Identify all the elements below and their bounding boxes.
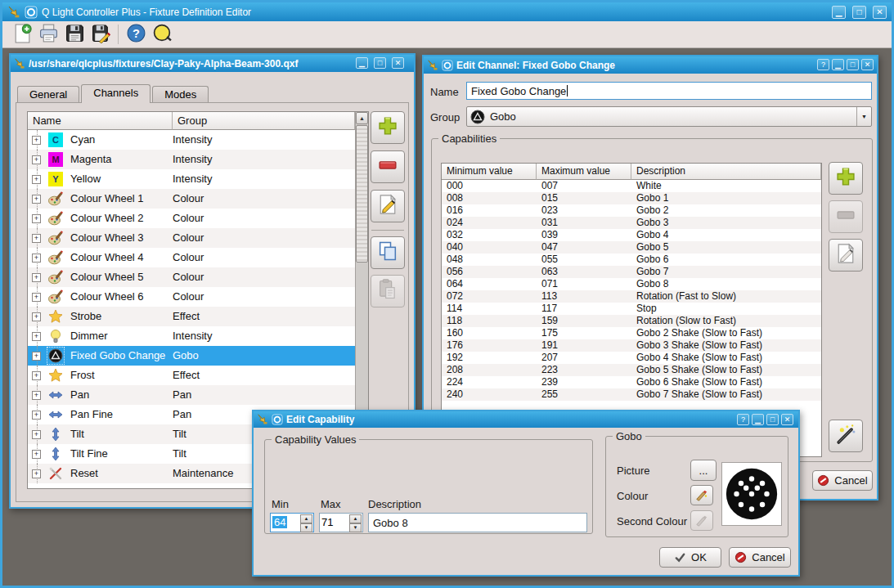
expand-icon[interactable]: +	[32, 411, 41, 420]
capability-row[interactable]: 160175Gobo 2 Shake (Slow to Fast)	[442, 327, 821, 339]
channel-row[interactable]: +MMagentaIntensity	[28, 150, 355, 169]
print-button[interactable]	[35, 23, 61, 46]
capability-row[interactable]: 064071Gobo 8	[442, 278, 821, 290]
edit-channel-button[interactable]	[371, 190, 405, 222]
window-menu-icon[interactable]	[442, 60, 453, 71]
picture-browse-button[interactable]: ...	[690, 460, 717, 481]
scroll-up-icon[interactable]: ▲	[356, 112, 368, 124]
channel-row[interactable]: +PanPan	[28, 385, 355, 405]
cancel-button[interactable]: Cancel	[729, 547, 791, 568]
max-spinbox[interactable]: 71 ▲▼	[319, 513, 363, 532]
capability-row[interactable]: 008015Gobo 1	[442, 192, 821, 204]
help-button[interactable]: ?	[737, 414, 749, 425]
capability-row[interactable]: 224239Gobo 6 Shake (Slow to Fast)	[442, 376, 821, 388]
second-colour-picker-button[interactable]	[690, 510, 713, 531]
channel-row[interactable]: +Colour Wheel 2Colour	[28, 209, 355, 228]
minimize-button[interactable]: ▁	[752, 414, 764, 425]
expand-icon[interactable]: +	[32, 136, 41, 145]
expand-icon[interactable]: +	[32, 254, 41, 263]
channel-row[interactable]: +Colour Wheel 6Colour	[28, 287, 355, 307]
channel-row[interactable]: +YYellowIntensity	[28, 169, 355, 189]
channel-row[interactable]: +FrostEffect	[28, 366, 355, 385]
minimize-button[interactable]: ▁	[356, 57, 368, 69]
main-titlebar[interactable]: Q Light Controller Plus - Fixture Defini…	[2, 2, 892, 21]
minimize-button[interactable]: ▁	[832, 6, 846, 19]
tab-modes[interactable]: Modes	[152, 86, 209, 102]
expand-icon[interactable]: +	[32, 469, 41, 478]
capability-row[interactable]: 192207Gobo 4 Shake (Slow to Fast)	[442, 352, 821, 364]
remove-capability-button[interactable]	[829, 200, 863, 233]
channel-name-input[interactable]: Fixed Gobo Change	[466, 82, 872, 100]
remove-channel-button[interactable]	[371, 150, 405, 183]
save-as-button[interactable]	[88, 23, 114, 46]
channel-row[interactable]: +Colour Wheel 5Colour	[28, 267, 355, 287]
tab-general[interactable]: General	[17, 86, 79, 102]
edit-capability-button[interactable]	[829, 239, 863, 272]
channel-row[interactable]: +CCyanIntensity	[28, 130, 355, 150]
expand-icon[interactable]: +	[32, 214, 41, 223]
expand-icon[interactable]: +	[32, 352, 41, 361]
channel-row[interactable]: +Fixed Gobo ChangeGobo	[28, 346, 355, 366]
expand-icon[interactable]: +	[32, 195, 41, 204]
expand-icon[interactable]: +	[32, 293, 41, 302]
paste-channel-button[interactable]	[371, 275, 405, 307]
maximize-button[interactable]: □	[847, 59, 859, 70]
column-header-max[interactable]: Maximum value	[537, 164, 631, 180]
capability-row[interactable]: 072113Rotation (Fast to Slow)	[442, 290, 821, 303]
expand-icon[interactable]: +	[32, 450, 41, 459]
expand-icon[interactable]: +	[32, 155, 41, 164]
tab-channels[interactable]: Channels	[81, 84, 150, 103]
column-header-description[interactable]: Description	[631, 164, 821, 180]
add-channel-button[interactable]	[371, 111, 405, 144]
min-spinbox[interactable]: 64 ▲▼	[270, 513, 314, 532]
capability-row[interactable]: 118159Rotation (Slow to Fast)	[442, 315, 821, 327]
capability-row[interactable]: 032039Gobo 4	[442, 229, 821, 241]
add-capability-button[interactable]	[829, 162, 863, 195]
expand-icon[interactable]: +	[32, 175, 41, 184]
expand-icon[interactable]: +	[32, 312, 41, 321]
scrollbar-thumb[interactable]	[356, 125, 368, 263]
capability-row[interactable]: 208223Gobo 5 Shake (Slow to Fast)	[442, 364, 821, 376]
minimize-button[interactable]: ▁	[832, 59, 844, 70]
capability-wizard-button[interactable]	[829, 420, 863, 452]
expand-icon[interactable]: +	[32, 273, 41, 282]
capability-row[interactable]: 056063Gobo 7	[442, 266, 821, 278]
capability-row[interactable]: 114117Stop	[442, 303, 821, 315]
expand-icon[interactable]: +	[32, 391, 41, 400]
channel-row[interactable]: +Colour Wheel 4Colour	[28, 248, 355, 267]
colour-picker-button[interactable]	[690, 485, 713, 505]
close-button[interactable]: ✕	[861, 59, 874, 70]
capability-row[interactable]: 176191Gobo 3 Shake (Slow to Fast)	[442, 339, 821, 352]
spin-down-icon[interactable]: ▼	[300, 523, 312, 532]
new-fixture-button[interactable]	[9, 23, 35, 46]
spin-up-icon[interactable]: ▲	[349, 514, 362, 523]
fixture-titlebar[interactable]: /usr/share/qlcplus/fixtures/Clay-Paky-Al…	[11, 55, 414, 72]
capability-row[interactable]: 240255Gobo 7 Shake (Slow to Fast)	[442, 388, 821, 401]
maximize-button[interactable]: □	[374, 57, 386, 69]
cancel-button[interactable]: Cancel	[812, 470, 873, 491]
maximize-button[interactable]: □	[766, 414, 779, 425]
channel-row[interactable]: +DimmerIntensity	[28, 326, 355, 346]
channel-row[interactable]: +Colour Wheel 3Colour	[28, 228, 355, 248]
about-button[interactable]	[149, 23, 175, 46]
maximize-button[interactable]: □	[852, 6, 866, 19]
capability-row[interactable]: 024031Gobo 3	[442, 217, 821, 229]
capability-row[interactable]: 000007White	[442, 180, 821, 192]
column-header-group[interactable]: Group	[173, 112, 355, 130]
close-button[interactable]: ✕	[781, 414, 793, 425]
group-combobox[interactable]: Gobo ▼	[466, 106, 872, 127]
channel-row[interactable]: +Colour Wheel 1Colour	[28, 189, 355, 209]
spin-up-icon[interactable]: ▲	[300, 514, 312, 523]
help-button[interactable]: ?	[123, 23, 149, 46]
column-header-min[interactable]: Minimum value	[442, 164, 537, 180]
spin-down-icon[interactable]: ▼	[349, 523, 362, 532]
edit-channel-titlebar[interactable]: Edit Channel: Fixed Gobo Change	[424, 56, 877, 74]
capability-row[interactable]: 016023Gobo 2	[442, 204, 821, 217]
expand-icon[interactable]: +	[32, 332, 41, 341]
close-button[interactable]: ✕	[392, 57, 404, 69]
ok-button[interactable]: OK	[659, 547, 721, 568]
capability-row[interactable]: 040047Gobo 5	[442, 241, 821, 254]
copy-channel-button[interactable]	[371, 236, 405, 269]
expand-icon[interactable]: +	[32, 234, 41, 243]
window-menu-icon[interactable]	[272, 414, 283, 425]
